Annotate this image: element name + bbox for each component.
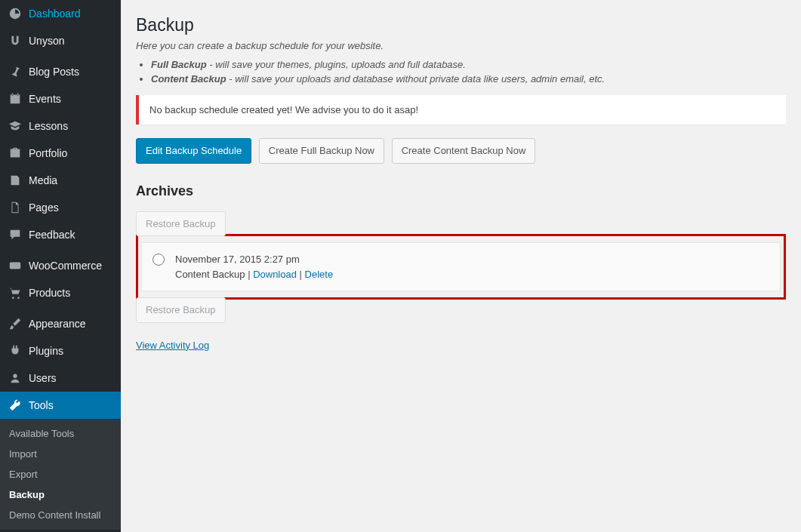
sidebar-item-label: Products (29, 287, 70, 299)
sidebar-item-lessons[interactable]: Lessons (0, 112, 121, 140)
pages-icon (8, 200, 23, 215)
sidebar-item-unyson[interactable]: Unyson (0, 27, 121, 54)
archive-type: Content Backup (175, 269, 245, 280)
highlighted-archive: November 17, 2015 2:27 pm Content Backup… (136, 234, 786, 300)
sidebar-item-label: Portfolio (29, 147, 67, 159)
sidebar-item-plugins[interactable]: Plugins (0, 337, 121, 364)
main-content: Backup Here you can create a backup sche… (121, 0, 801, 532)
media-icon (8, 173, 23, 188)
restore-backup-button-bottom[interactable]: Restore Backup (136, 297, 226, 323)
create-full-backup-button[interactable]: Create Full Backup Now (259, 138, 384, 164)
page-title: Backup (136, 15, 786, 35)
edit-backup-schedule-button[interactable]: Edit Backup Schedule (136, 138, 251, 164)
pin-icon (8, 64, 23, 79)
sidebar-item-label: Lessons (29, 120, 68, 132)
sidebar-item-label: Plugins (29, 345, 63, 357)
full-backup-desc: Full Backup - will save your themes, plu… (151, 59, 786, 70)
sidebar-item-woocommerce[interactable]: WooCommerce (0, 252, 121, 279)
archive-date: November 17, 2015 2:27 pm (175, 252, 333, 267)
page-subtitle: Here you can create a backup schedule fo… (136, 40, 786, 51)
woocommerce-icon (8, 258, 23, 273)
sidebar-item-label: Unyson (29, 35, 64, 47)
dashboard-icon (8, 6, 23, 21)
archive-actions: Content Backup | Download | Delete (175, 267, 333, 282)
sidebar-item-label: WooCommerce (29, 260, 102, 272)
calendar-icon (8, 91, 23, 106)
wrench-icon (8, 398, 23, 413)
archive-select-radio[interactable] (152, 254, 165, 266)
brush-icon (8, 316, 23, 331)
view-activity-log-link[interactable]: View Activity Log (136, 340, 209, 351)
sidebar-item-appearance[interactable]: Appearance (0, 310, 121, 337)
sidebar-sub-export[interactable]: Export (0, 464, 121, 484)
sidebar-sub-backup[interactable]: Backup (0, 484, 121, 505)
sidebar-sub-demo-content[interactable]: Demo Content Install (0, 505, 121, 525)
sidebar-item-users[interactable]: Users (0, 364, 121, 392)
sidebar-item-products[interactable]: Products (0, 279, 121, 306)
sidebar-item-label: Tools (29, 399, 54, 411)
archive-row: November 17, 2015 2:27 pm Content Backup… (141, 242, 781, 291)
graduation-cap-icon (8, 118, 23, 134)
archives-heading: Archives (136, 183, 786, 199)
sidebar-item-label: Pages (29, 201, 59, 214)
sidebar-item-label: Appearance (29, 318, 86, 330)
content-backup-desc: Content Backup - will save your uploads … (151, 73, 786, 85)
create-content-backup-button[interactable]: Create Content Backup Now (392, 138, 536, 164)
user-icon (8, 371, 23, 386)
description-list: Full Backup - will save your themes, plu… (151, 59, 786, 85)
sidebar-item-events[interactable]: Events (0, 85, 121, 112)
warning-notice: No backup schedule created yet! We advis… (136, 95, 786, 125)
sidebar-sub-available-tools[interactable]: Available Tools (0, 423, 121, 444)
archives-header-row: Restore Backup (136, 211, 786, 237)
sidebar-item-label: Feedback (29, 229, 75, 241)
sidebar-item-label: Media (29, 174, 57, 186)
comment-icon (8, 227, 23, 242)
svg-rect-0 (10, 263, 20, 269)
plug-icon (8, 343, 23, 358)
archives-table: Restore Backup November 17, 2015 2:27 pm… (136, 211, 786, 323)
sidebar-item-dashboard[interactable]: Dashboard (0, 0, 121, 27)
unyson-icon (8, 33, 23, 48)
download-link[interactable]: Download (253, 269, 297, 280)
sidebar-submenu: Available Tools Import Export Backup Dem… (0, 419, 121, 530)
sidebar-item-portfolio[interactable]: Portfolio (0, 140, 121, 167)
cart-icon (8, 285, 23, 300)
restore-backup-button-top[interactable]: Restore Backup (136, 211, 226, 237)
sidebar-item-media[interactable]: Media (0, 167, 121, 194)
sidebar-item-label: Events (29, 93, 61, 105)
action-buttons: Edit Backup Schedule Create Full Backup … (136, 138, 786, 164)
admin-sidebar: Dashboard Unyson Blog Posts Events Lesso… (0, 0, 121, 532)
sidebar-item-label: Users (29, 372, 57, 384)
sidebar-item-pages[interactable]: Pages (0, 194, 121, 221)
sidebar-item-label: Blog Posts (29, 66, 79, 78)
sidebar-item-label: Dashboard (29, 8, 81, 20)
archives-footer-row: Restore Backup (136, 297, 786, 323)
briefcase-icon (8, 146, 23, 161)
sidebar-sub-import[interactable]: Import (0, 444, 121, 464)
delete-link[interactable]: Delete (305, 269, 334, 280)
sidebar-item-blog-posts[interactable]: Blog Posts (0, 58, 121, 85)
archive-info: November 17, 2015 2:27 pm Content Backup… (175, 252, 333, 281)
sidebar-item-feedback[interactable]: Feedback (0, 221, 121, 248)
sidebar-item-tools[interactable]: Tools (0, 392, 121, 419)
